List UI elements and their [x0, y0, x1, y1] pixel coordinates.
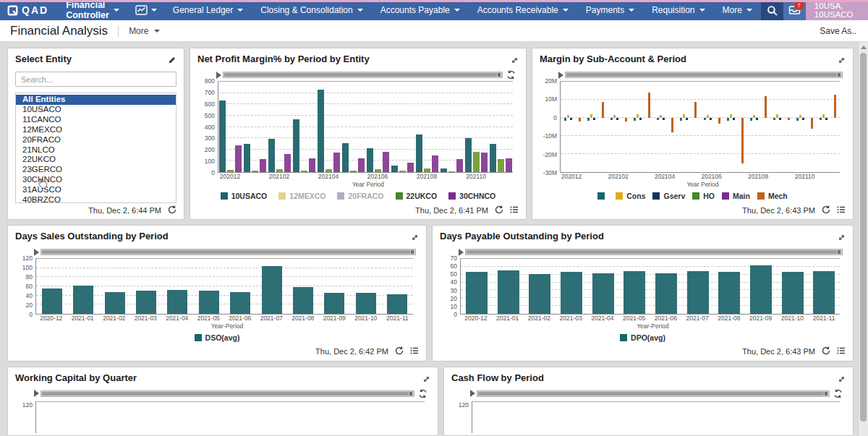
slider-track[interactable]: [465, 249, 843, 255]
refresh-icon[interactable]: [168, 205, 176, 215]
chart-range-slider[interactable]: [558, 71, 843, 79]
slider-track[interactable]: [565, 72, 843, 78]
bar: [432, 155, 438, 172]
legend-item[interactable]: DPO(avg): [620, 333, 665, 342]
entity-list-item[interactable]: 40BRZCO: [16, 195, 176, 203]
expand-icon[interactable]: [422, 372, 430, 386]
x-tick-label: 2020-12: [40, 315, 62, 322]
gridline: [218, 93, 513, 93]
x-tick-label: 202012: [561, 173, 582, 180]
expand-icon[interactable]: [411, 231, 419, 244]
y-tick-label: 300: [205, 134, 215, 142]
search-button[interactable]: [761, 0, 783, 20]
bar: [820, 118, 822, 120]
legend-item[interactable]: 22UKCO: [396, 192, 438, 200]
legend-item[interactable]: 30CHNCO: [448, 192, 495, 200]
nav-menu-payments[interactable]: Payments: [577, 5, 643, 15]
entity-list-item[interactable]: All Entities: [16, 95, 176, 105]
panel-working-capital: Working Capital by Quarter 120: [7, 367, 438, 436]
restore-icon[interactable]: [506, 70, 516, 80]
list-icon[interactable]: [410, 346, 419, 356]
nav-menu-general-ledger[interactable]: General Ledger: [164, 5, 252, 15]
slider-track[interactable]: [41, 249, 416, 255]
entity-list-item[interactable]: 21NLCO: [16, 145, 176, 155]
legend-item[interactable]: HO: [692, 192, 715, 200]
nav-menu-label: Requisition: [652, 5, 694, 15]
notifications-button[interactable]: 7: [783, 0, 806, 20]
x-tick-label: 2021-05: [197, 315, 220, 322]
list-icon[interactable]: [837, 205, 846, 215]
nav-menu-accounts-payable[interactable]: Accounts Payable: [372, 5, 469, 15]
scroll-up-arrow-icon[interactable]: [859, 42, 868, 52]
vertical-scrollbar[interactable]: [858, 42, 868, 436]
scrollbar-thumb[interactable]: [860, 53, 867, 422]
nav-menu-label: Accounts Receivable: [477, 5, 558, 15]
legend-item[interactable]: Main: [722, 192, 750, 200]
refresh-icon[interactable]: [495, 205, 503, 215]
expand-icon[interactable]: [838, 54, 846, 67]
chart-range-slider[interactable]: [34, 390, 427, 398]
module-selector[interactable]: Financial Controller: [57, 0, 128, 20]
entity-list-item[interactable]: 11CANCO: [16, 115, 176, 125]
entity-list-item[interactable]: 10USACO: [16, 105, 176, 115]
nav-menu-closing-consolidation[interactable]: Closing & Consolidation: [252, 5, 371, 15]
analytics-menu-button[interactable]: [128, 5, 164, 15]
legend-item[interactable]: [597, 192, 608, 200]
legend-item[interactable]: Mech: [757, 192, 788, 200]
chevron-down-icon: [746, 9, 752, 12]
list-icon[interactable]: [510, 205, 519, 215]
refresh-icon[interactable]: [822, 346, 830, 356]
qad-logo[interactable]: QAD: [0, 4, 57, 16]
expand-icon[interactable]: [511, 54, 519, 67]
legend-item[interactable]: Gserv: [652, 192, 685, 200]
nav-menu-more[interactable]: More: [714, 5, 761, 15]
bar: [293, 287, 313, 314]
edit-icon[interactable]: [168, 54, 176, 67]
x-axis-title: Year-Period: [35, 322, 419, 330]
bar: [219, 101, 226, 172]
entity-search-input[interactable]: [15, 72, 176, 87]
slider-track[interactable]: [223, 72, 503, 78]
list-icon[interactable]: [837, 346, 846, 356]
entity-list-item[interactable]: 12MEXCO: [16, 125, 176, 135]
save-as-button[interactable]: Save As..: [820, 26, 856, 36]
restore-icon[interactable]: [833, 389, 843, 398]
legend-label: HO: [703, 192, 715, 200]
legend-item[interactable]: 12MEXCO: [278, 192, 326, 200]
legend-item[interactable]: 10USACO: [221, 192, 268, 200]
bar: [333, 153, 340, 172]
restore-icon[interactable]: [418, 389, 427, 398]
nav-menu-label: Payments: [586, 5, 624, 15]
entity-list-item[interactable]: 23GERCO: [16, 165, 176, 175]
chart-range-slider[interactable]: [459, 248, 843, 256]
legend-item[interactable]: Cons: [616, 192, 645, 200]
page-more-button[interactable]: More: [129, 26, 160, 36]
slider-track[interactable]: [477, 390, 830, 397]
chart-range-slider[interactable]: [34, 248, 416, 256]
chart-range-slider[interactable]: [216, 71, 516, 79]
y-tick-label: 0: [553, 114, 557, 121]
expand-icon[interactable]: [838, 231, 846, 244]
slider-track[interactable]: [41, 390, 414, 397]
refresh-icon[interactable]: [395, 346, 404, 356]
nav-menu-accounts-receivable[interactable]: Accounts Receivable: [469, 5, 577, 15]
nav-menu-requisition[interactable]: Requisition: [643, 5, 713, 15]
x-tick-label: 2021-05: [623, 315, 645, 322]
y-tick-label: 0: [454, 311, 457, 318]
legend-item[interactable]: 20FRACO: [337, 192, 383, 200]
chart-range-slider[interactable]: [470, 390, 843, 398]
entity-list-item[interactable]: 20FRACO: [16, 135, 176, 145]
legend-item[interactable]: DSO(avg): [195, 333, 240, 342]
bar: [391, 166, 398, 172]
bar: [683, 114, 685, 118]
entity-list-item[interactable]: 30CHNCO: [16, 175, 176, 185]
expand-icon[interactable]: [838, 372, 846, 386]
refresh-icon[interactable]: [822, 205, 830, 215]
entity-list-item[interactable]: 31AUSCO: [16, 185, 176, 195]
panel-select-entity: Select Entity All Entities10USACO11CANCO…: [7, 48, 184, 220]
entity-context-selector[interactable]: 10USA, 10USACO: [806, 0, 868, 20]
entity-list-item[interactable]: 22UKCO: [16, 155, 176, 165]
bar: [639, 118, 642, 120]
bar: [136, 291, 156, 314]
y-tick-label: 100: [205, 158, 215, 165]
